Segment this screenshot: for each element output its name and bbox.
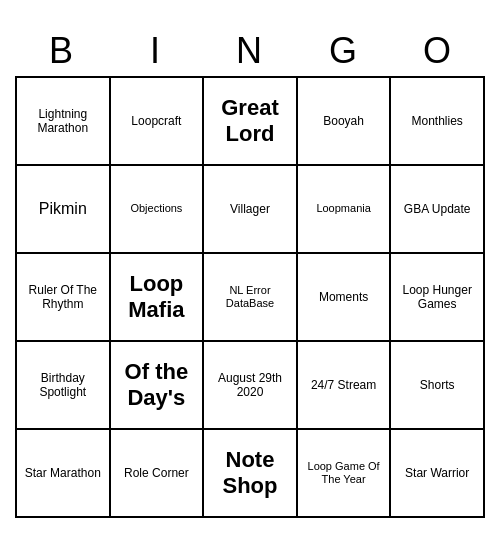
bingo-cell: GBA Update xyxy=(391,166,485,254)
cell-text: 24/7 Stream xyxy=(311,378,376,392)
bingo-cell: Objections xyxy=(111,166,205,254)
cell-text: Birthday Spotlight xyxy=(21,371,105,400)
header-letter: N xyxy=(203,26,297,76)
bingo-cell: Star Marathon xyxy=(17,430,111,518)
cell-text: Of the Day's xyxy=(115,359,199,412)
bingo-cell: NL Error DataBase xyxy=(204,254,298,342)
cell-text: Star Marathon xyxy=(25,466,101,480)
bingo-cell: August 29th 2020 xyxy=(204,342,298,430)
bingo-cell: Ruler Of The Rhythm xyxy=(17,254,111,342)
bingo-cell: Loop Mafia xyxy=(111,254,205,342)
bingo-cell: Monthlies xyxy=(391,78,485,166)
cell-text: August 29th 2020 xyxy=(208,371,292,400)
cell-text: Moments xyxy=(319,290,368,304)
header-letter: O xyxy=(391,26,485,76)
cell-text: Objections xyxy=(130,202,182,215)
cell-text: GBA Update xyxy=(404,202,471,216)
bingo-cell: Loopmania xyxy=(298,166,392,254)
cell-text: Shorts xyxy=(420,378,455,392)
cell-text: Booyah xyxy=(323,114,364,128)
cell-text: Pikmin xyxy=(39,199,87,218)
bingo-cell: Role Corner xyxy=(111,430,205,518)
header-letter: G xyxy=(297,26,391,76)
cell-text: Ruler Of The Rhythm xyxy=(21,283,105,312)
bingo-cell: Loopcraft xyxy=(111,78,205,166)
bingo-header: BINGO xyxy=(15,26,485,76)
bingo-cell: Birthday Spotlight xyxy=(17,342,111,430)
cell-text: Loop Hunger Games xyxy=(395,283,479,312)
cell-text: Loop Mafia xyxy=(115,271,199,324)
bingo-cell: 24/7 Stream xyxy=(298,342,392,430)
cell-text: Villager xyxy=(230,202,270,216)
bingo-cell: Great Lord xyxy=(204,78,298,166)
cell-text: Monthlies xyxy=(412,114,463,128)
header-letter: I xyxy=(109,26,203,76)
bingo-cell: Star Warrior xyxy=(391,430,485,518)
bingo-cell: Of the Day's xyxy=(111,342,205,430)
bingo-cell: Lightning Marathon xyxy=(17,78,111,166)
bingo-cell: Moments xyxy=(298,254,392,342)
cell-text: Great Lord xyxy=(208,95,292,148)
cell-text: Loopcraft xyxy=(131,114,181,128)
bingo-grid: Lightning MarathonLoopcraftGreat LordBoo… xyxy=(15,76,485,518)
bingo-cell: Loop Hunger Games xyxy=(391,254,485,342)
header-letter: B xyxy=(15,26,109,76)
bingo-cell: Villager xyxy=(204,166,298,254)
cell-text: NL Error DataBase xyxy=(208,284,292,310)
cell-text: Star Warrior xyxy=(405,466,469,480)
cell-text: Note Shop xyxy=(208,447,292,500)
cell-text: Role Corner xyxy=(124,466,189,480)
cell-text: Lightning Marathon xyxy=(21,107,105,136)
bingo-cell: Booyah xyxy=(298,78,392,166)
cell-text: Loop Game Of The Year xyxy=(302,460,386,486)
bingo-cell: Pikmin xyxy=(17,166,111,254)
bingo-card: BINGO Lightning MarathonLoopcraftGreat L… xyxy=(15,26,485,518)
bingo-cell: Shorts xyxy=(391,342,485,430)
bingo-cell: Note Shop xyxy=(204,430,298,518)
bingo-cell: Loop Game Of The Year xyxy=(298,430,392,518)
cell-text: Loopmania xyxy=(316,202,370,215)
